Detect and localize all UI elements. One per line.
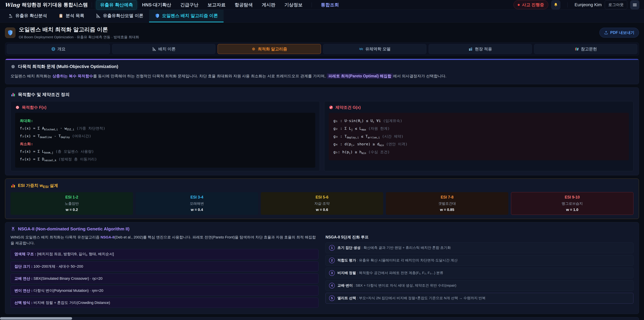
page-header: 오일펜스 배치 최적화 알고리즘 이론 Oil Boom Deployment … bbox=[5, 26, 639, 40]
tab-2[interactable]: 유출유확산모델 이론 bbox=[90, 10, 149, 22]
page-header-left: 오일펜스 배치 최적화 알고리즘 이론 Oil Boom Deployment … bbox=[5, 26, 139, 40]
step-text: 엘리트 선택 : 부모+자식 2N 집단에서 비지배 정렬+혼잡도 기준으로 N… bbox=[338, 295, 486, 300]
highlight-em: NSGA-II bbox=[100, 235, 114, 239]
status-dot-icon bbox=[518, 4, 520, 6]
nav-item-2[interactable]: 긴급구난 bbox=[176, 0, 202, 10]
tab-0[interactable]: 유출유 확산분석 bbox=[2, 10, 53, 22]
formula-line: f₁(x) = Σ Ablocked,i · wESI,i (가중 차단면적) bbox=[20, 126, 310, 131]
logo-wing-mark: Wing bbox=[5, 2, 20, 8]
horizontal-scrollbar-thumb[interactable] bbox=[0, 317, 72, 320]
esi-weight-value: w = 0.4 bbox=[138, 208, 256, 212]
nsga-columns: WING의 오일펜스 배치 최적화는 다목적 유전알고리즘 NSGA-II(De… bbox=[10, 234, 634, 310]
nsga-param-label: 변이 연산 : bbox=[14, 288, 34, 293]
bar-chart-icon bbox=[10, 92, 16, 97]
nsga-left-column: WING의 오일펜스 배치 최적화는 다목적 유전알고리즘 NSGA-II(De… bbox=[10, 234, 318, 310]
bell-icon bbox=[553, 2, 558, 8]
top-navbar: Wing 해양환경 위기대응 통합시스템 유출유 확산예측HNS·대기확산긴급구… bbox=[0, 0, 644, 10]
section-title-multi-objective: 다목적 최적화 문제 (Multi-Objective Optimization… bbox=[10, 64, 634, 70]
gradient-accent-bar bbox=[5, 59, 639, 60]
constraint-title: 제약조건 G(x) bbox=[329, 105, 629, 110]
nav-item-1[interactable]: HNS·대기확산 bbox=[138, 0, 175, 10]
nsga-param-value: SBX(Simulated Binary Crossover) · ηc=20 bbox=[34, 276, 102, 280]
nav-item-6[interactable]: 기상정보 bbox=[280, 0, 306, 10]
text-segment: 오일펜스 배치 최적화는 bbox=[10, 74, 52, 78]
hamburger-menu-button[interactable] bbox=[630, 0, 639, 10]
esi-range: ESI 7-8 bbox=[388, 195, 506, 199]
section-tab-1[interactable]: 배치 이론 bbox=[112, 44, 215, 54]
section-tab-0[interactable]: 개요 bbox=[7, 44, 110, 54]
section-tab-label: 개요 bbox=[58, 46, 66, 52]
nsga-parameter-list: 염색체 구조 : [배치지점 좌표, 방향각θ, 길이i, 형태, 배치순서]집… bbox=[10, 249, 318, 308]
step-number-badge: 1 bbox=[329, 245, 335, 251]
formula-line: 최소화: bbox=[20, 141, 310, 147]
step-label: 적합도 평가 bbox=[338, 258, 356, 262]
nav-item-4[interactable]: 항공탐색 bbox=[230, 0, 257, 10]
microscope-icon bbox=[8, 13, 13, 18]
tab-3[interactable]: 오일펜스 배치 알고리즘 이론 bbox=[149, 10, 224, 22]
divider bbox=[92, 2, 92, 8]
tab-1[interactable]: 분석 목록 bbox=[53, 10, 90, 22]
step-text: 교배·변이 : SBX + 다항식 변이로 자식 세대 생성, 제약조건 위반 … bbox=[338, 283, 456, 288]
nav-item-3[interactable]: 보고자료 bbox=[204, 0, 230, 10]
nsga-param-0: 염색체 구조 : [배치지점 좌표, 방향각θ, 길이i, 형태, 배치순서] bbox=[10, 249, 318, 259]
shield-icon bbox=[7, 30, 14, 36]
esi-weight-value: w = 0.6 bbox=[263, 208, 381, 212]
highlight-em: 상충하는 복수 목적함수 bbox=[52, 74, 93, 78]
formula-line: g₄ : d(pi, shore) ≥ dmin (연안 이격) bbox=[334, 142, 624, 147]
step-number-badge: 5 bbox=[329, 295, 335, 301]
gear-icon bbox=[10, 64, 16, 69]
nsga-section-title: NSGA-II (Non-dominated Sorting Genetic A… bbox=[10, 226, 634, 232]
page-subtitle: Oil Boom Deployment Optimization · 유출유 확… bbox=[19, 35, 139, 40]
section-tab-2[interactable]: 최적화 알고리즘 bbox=[218, 44, 321, 54]
formula-line: g₅: h(pi) ≥ hmin (수심 조건) bbox=[334, 150, 624, 155]
nsga-param-value: 다항식 변이(Polynomial Mutation) · ηm=20 bbox=[34, 288, 103, 293]
step-text: 적합도 평가 : 유출유 확산 시뮬레이터로 각 배치안의 차단면적·도달시간 … bbox=[338, 258, 458, 263]
nsga-section: NSGA-II (Non-dominated Sorting Genetic A… bbox=[5, 222, 639, 314]
section-tab-3[interactable]: 유체역학 모델 bbox=[323, 44, 426, 54]
wave-icon bbox=[359, 47, 363, 51]
dna-icon bbox=[10, 226, 16, 231]
section-tab-label: 배치 이론 bbox=[158, 46, 176, 52]
logout-button[interactable]: 로그아웃 bbox=[605, 0, 627, 9]
esi-shore-type: 자갈·조약 bbox=[263, 201, 381, 206]
objective-function-panel: 목적함수 F(x) 최대화:f₁(x) = Σ Ablocked,i · wES… bbox=[10, 101, 320, 171]
esi-weight-section: ESI 가중치 wESI 설계 ESI 1-2노출암반w = 0.2ESI 3-… bbox=[5, 179, 639, 219]
section-tab-label: 현장 적용 bbox=[475, 46, 492, 52]
section-tab-5[interactable]: 참고문헌 bbox=[534, 44, 637, 54]
step-number-badge: 4 bbox=[329, 283, 335, 288]
text-segment: WING의 오일펜스 배치 최적화는 다목적 유전알고리즘 bbox=[10, 235, 100, 239]
tab-label: 유출유확산모델 이론 bbox=[103, 13, 143, 19]
books-icon bbox=[574, 47, 579, 51]
pdf-export-button[interactable]: PDF 내보내기 bbox=[600, 28, 639, 38]
nsga-param-3: 변이 연산 : 다항식 변이(Polynomial Mutation) · ηm… bbox=[10, 286, 318, 296]
formula-line: 최대화: bbox=[20, 118, 310, 123]
nav-item-7[interactable]: 통합조회 bbox=[317, 0, 343, 10]
app-logo[interactable]: Wing 해양환경 위기대응 통합시스템 bbox=[5, 2, 88, 8]
pdf-export-label: PDF 내보내기 bbox=[610, 30, 634, 35]
nsga-param-label: 교배 연산 : bbox=[14, 276, 34, 280]
esi-section-title: ESI 가중치 wESI 설계 bbox=[10, 183, 634, 189]
section-tab-4[interactable]: 현장 적용 bbox=[429, 44, 532, 54]
highlight-mark: 파레토 최적(Pareto Optimal) 해집합 bbox=[327, 73, 393, 79]
nsga-param-label: 집단 크기 : bbox=[14, 264, 34, 268]
nsga-param-2: 교배 연산 : SBX(Simulated Binary Crossover) … bbox=[10, 273, 318, 283]
export-icon bbox=[604, 31, 608, 35]
step-label: 초기 집단 생성 bbox=[338, 246, 360, 249]
formula-line: g₃ : Tdeploy,i ≤ Tarrive,i (시간 제약) bbox=[334, 134, 624, 139]
nav-item-0[interactable]: 유출유 확산예측 bbox=[96, 0, 137, 10]
esi-card-2: ESI 5-6자갈·조약w = 0.6 bbox=[261, 192, 383, 215]
target-icon bbox=[15, 105, 20, 110]
notifications-button[interactable] bbox=[551, 0, 560, 10]
nsga-loop-title: NSGA-II 5단계 진화 루프 bbox=[326, 235, 634, 240]
section-tab-label: 최적화 알고리즘 bbox=[258, 46, 287, 52]
step-label: 비지배 정렬 bbox=[338, 271, 356, 275]
constraint-code: g₁ : U·sin(θi) ≤ Uc ∀i (임계유속)g₂ : Σ Lj ≤… bbox=[329, 113, 629, 160]
objective-columns: 목적함수 F(x) 최대화:f₁(x) = Σ Ablocked,i · wES… bbox=[10, 101, 634, 171]
navbar-right: 사고 진행중 Eunjeong Kim 로그아웃 bbox=[514, 0, 639, 10]
tab-label: 분석 목록 bbox=[66, 13, 84, 19]
esi-shore-type: 모래해변 bbox=[138, 201, 256, 206]
step-text: 초기 집단 생성 : 확산예측 결과 기반 랜덤 + 휴리스틱 배치안 혼합 초… bbox=[338, 245, 451, 250]
tab-label: 유출유 확산분석 bbox=[15, 13, 47, 19]
nav-item-5[interactable]: 게시판 bbox=[258, 0, 280, 10]
esi-weight-value: w = 0.2 bbox=[12, 208, 131, 212]
